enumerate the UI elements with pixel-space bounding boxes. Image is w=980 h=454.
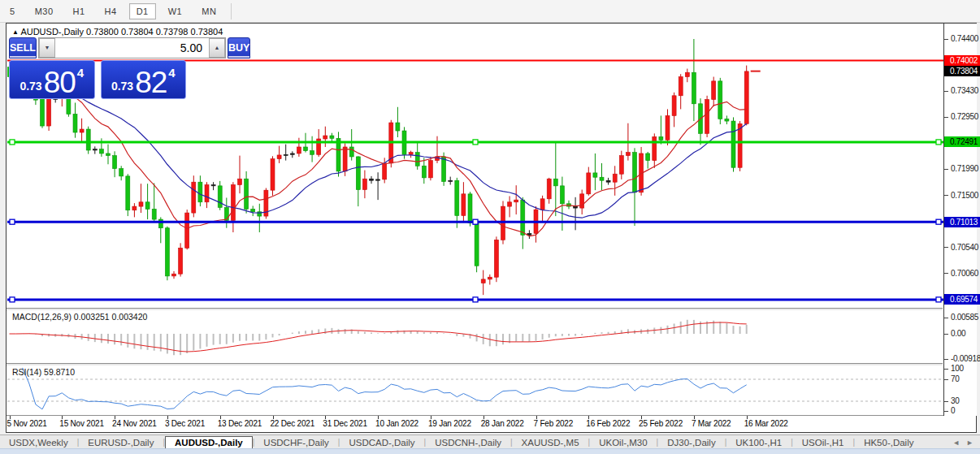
rsi-axis-label: 0 [951,406,955,415]
timeframe-button-d1[interactable]: D1 [129,3,156,19]
bottom-strip [0,448,980,454]
time-axis-label: 28 Jan 2022 [481,419,524,428]
axis-tick [944,117,948,118]
rsi-indicator-label: RSI(14) 59.8710 [12,367,75,377]
time-axis-label: 16 Feb 2022 [586,419,630,428]
rsi-axis-label: 30 [951,396,960,405]
axis-tick [944,169,948,170]
price-axis-label: 0.71990 [951,164,978,173]
time-axis-label: 3 Dec 2021 [165,419,205,428]
timeframe-toolbar: 5M30H1H4D1W1MN [0,0,980,23]
time-axis-label: 13 Dec 2021 [218,419,262,428]
symbol-tab-usdcnh[interactable]: USDCNH-,Daily [426,437,510,448]
symbol-tab-bar: USDX,Weekly|EURUSD-,Daily|AUDUSD-,Daily|… [0,435,980,449]
price-level-tag: 0.74002 [944,55,980,66]
axis-tick [944,401,948,402]
price-axis-label: 0.70060 [951,269,978,278]
time-axis-label: 25 Feb 2022 [639,419,683,428]
time-axis-label: 7 Mar 2022 [692,419,731,428]
axis-tick [944,91,948,92]
price-axis-label: 0.71500 [951,191,978,200]
rsi-pane[interactable] [7,365,943,415]
symbol-tab-uk100[interactable]: UK100-,H1 [726,437,791,448]
price-axis-label: 0.74400 [951,34,978,43]
rsi-axis-label: 70 [951,374,960,383]
time-axis-label: 7 Feb 2022 [534,419,574,428]
price-axis-label: 0.73430 [951,86,978,95]
sell-price-pip: 4 [77,66,84,80]
tab-scroll-left-icon[interactable]: ◄ [952,439,960,447]
time-axis-label: 22 Dec 2021 [271,419,315,428]
macd-axis-label: 0.00585 [951,313,978,322]
symbol-tab-ukoil[interactable]: UKOil-,M30 [590,437,656,448]
one-click-trading-panel: SELL ▼ ▲ BUY 0.73 80 4 0.73 82 4 [9,37,186,99]
price-axis-label: 0.70540 [951,243,978,252]
symbol-tab-eurusd[interactable]: EURUSD-,Daily [79,437,163,448]
axis-tick [944,273,948,274]
time-axis-label: 19 Jan 2022 [428,419,471,428]
time-axis-label: 10 Jan 2022 [375,419,418,428]
axis-tick [944,379,948,380]
price-level-tag: 0.69574 [944,294,980,305]
buy-price-button[interactable]: 0.73 82 4 [101,60,187,99]
symbol-tab-usdchf[interactable]: USDCHF-,Daily [254,437,338,448]
time-axis-label: 16 Mar 2022 [744,419,788,428]
axis-tick [944,334,948,335]
quantity-decrease-button[interactable]: ▼ [39,38,55,58]
symbol-tab-usdx[interactable]: USDX,Weekly [0,437,77,448]
quantity-input[interactable] [55,38,209,58]
timeframe-button-m30[interactable]: M30 [28,3,61,19]
symbol-tab-xauusd[interactable]: XAUUSD-,M5 [513,437,588,448]
timeframe-button-h1[interactable]: H1 [66,3,93,19]
sell-price-big: 80 [44,69,76,96]
sell-price-button[interactable]: 0.73 80 4 [9,60,95,99]
symbol-tab-usdcad[interactable]: USDCAD-,Daily [340,437,423,448]
buy-button[interactable]: BUY [228,37,250,58]
timeframe-button-mn[interactable]: MN [194,3,223,19]
symbol-arrow-icon: ▲ [12,28,19,36]
time-axis-label: 5 Nov 2021 [7,419,47,428]
chart-symbol-label: AUDUSD-,Daily [20,27,84,37]
buy-price-base: 0.73 [111,80,133,93]
time-axis[interactable]: 5 Nov 202115 Nov 202124 Nov 20213 Dec 20… [7,416,975,431]
price-level-tag: 0.72491 [944,136,980,147]
axis-tick [944,39,948,40]
time-axis-label: 24 Nov 2021 [112,419,157,428]
symbol-tab-audusd[interactable]: AUDUSD-,Daily [165,436,253,449]
axis-tick [944,247,948,248]
tab-scroll-right-icon[interactable]: ► [966,439,973,447]
macd-axis-label: 0.00 [951,329,965,338]
price-level-tag: 0.73804 [944,66,980,76]
symbol-tab-dj30[interactable]: DJ30-,Daily [658,437,724,448]
sell-button[interactable]: SELL [9,37,37,58]
chart-quote-ohlc: 0.73800 0.73804 0.73798 0.73804 [86,27,223,37]
price-level-tag: 0.71013 [944,217,980,227]
axis-tick [944,359,948,360]
price-axis[interactable]: 0.744000.734300.729500.719900.715000.705… [943,24,977,416]
timeframe-button-w1[interactable]: W1 [161,3,190,19]
macd-pane[interactable] [7,310,943,363]
macd-axis-label: -0.00918 [951,354,980,363]
toolbar-separator [231,3,232,19]
sell-price-base: 0.73 [20,80,41,93]
buy-price-pip: 4 [168,66,175,80]
tab-scroll-arrows: ◄► [952,439,973,447]
symbol-tab-usoil[interactable]: USOil-,H1 [793,437,853,448]
quantity-increase-button[interactable]: ▲ [209,38,225,58]
symbol-tab-hk50[interactable]: HK50-,Daily [855,437,922,448]
axis-tick [944,318,948,318]
chart-title: ▲ AUDUSD-,Daily 0.73800 0.73804 0.73798 … [12,27,223,37]
axis-tick [944,369,948,370]
time-axis-label: 15 Nov 2021 [59,419,104,428]
timeframe-button-5[interactable]: 5 [2,3,23,19]
axis-tick [944,195,948,196]
timeframe-button-h4[interactable]: H4 [98,3,124,19]
price-axis-label: 0.72950 [951,112,978,121]
time-axis-label: 31 Dec 2021 [323,419,367,428]
buy-price-big: 82 [135,69,167,96]
macd-indicator-label: MACD(12,26,9) 0.003251 0.003420 [12,312,147,322]
axis-tick [944,411,948,412]
rsi-axis-label: 100 [951,364,964,373]
